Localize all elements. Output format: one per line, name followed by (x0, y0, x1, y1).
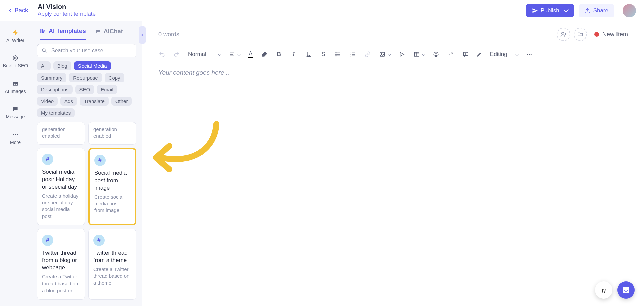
link-icon (365, 51, 371, 57)
image-insert-button[interactable] (379, 51, 386, 58)
card-title: Social media post from image (94, 169, 130, 192)
svg-point-43 (529, 54, 530, 55)
template-card-from-image[interactable]: # Social media post from image Create so… (88, 148, 136, 225)
upload-icon (585, 8, 591, 14)
status-dot (594, 32, 599, 37)
template-card-twitter-theme[interactable]: # Twitter thread from a theme Create a T… (88, 229, 136, 300)
chip-ads[interactable]: Ads (60, 97, 77, 106)
add-media-button[interactable] (574, 28, 587, 41)
search-input-wrap[interactable] (37, 44, 136, 57)
numbered-list-button[interactable]: 123 (349, 51, 357, 58)
card-title: Twitter thread from a theme (93, 249, 131, 264)
word-count: 0 words (158, 31, 179, 38)
add-user-button[interactable] (557, 28, 570, 41)
new-item-indicator[interactable]: New Item (594, 31, 628, 38)
publish-button[interactable]: Publish (526, 4, 574, 17)
tab-ai-chat[interactable]: AIChat (95, 28, 123, 40)
collapse-sidebar-button[interactable] (139, 26, 146, 44)
video-button[interactable] (398, 51, 406, 58)
page-subtitle-link[interactable]: Apply content template (38, 10, 96, 18)
svg-rect-7 (40, 29, 41, 33)
help-notes-fab[interactable]: n (595, 281, 612, 299)
template-card-holiday[interactable]: # Social media post: Holiday or special … (37, 148, 85, 225)
clear-format-button[interactable]: T (447, 51, 454, 58)
share-button[interactable]: Share (579, 4, 614, 17)
align-left-icon (229, 51, 235, 57)
chip-summary[interactable]: Summary (37, 73, 66, 82)
dots-icon (12, 131, 19, 138)
chip-my-templates[interactable]: My templates (37, 108, 75, 117)
nav-label: AI Writer (6, 38, 24, 43)
bullet-list-button[interactable] (334, 51, 342, 58)
nav-message[interactable]: Message (0, 103, 31, 121)
card-desc: Create social media post from image (94, 194, 130, 214)
chip-translate[interactable]: Translate (80, 97, 109, 106)
svg-point-1 (15, 57, 16, 59)
comment-button[interactable] (462, 51, 469, 58)
chip-blog[interactable]: Blog (53, 61, 71, 70)
chip-copy[interactable]: Copy (105, 73, 124, 82)
highlight-button[interactable] (261, 51, 268, 58)
editor-placeholder[interactable]: Your content goes here ... (158, 69, 628, 76)
more-button[interactable] (526, 51, 533, 58)
user-avatar[interactable] (623, 4, 636, 17)
tab-label: AI Templates (49, 28, 86, 35)
search-input[interactable] (51, 48, 132, 54)
chevron-down-icon (515, 52, 519, 56)
card-desc: generation enabled (42, 126, 80, 140)
clear-format-icon: T (448, 51, 454, 57)
align-button[interactable] (228, 51, 236, 58)
nav-brief-seo[interactable]: Brief + SEO (0, 52, 31, 70)
chip-email[interactable]: Email (97, 85, 117, 94)
redo-button[interactable] (173, 51, 180, 58)
undo-button[interactable] (158, 51, 166, 58)
send-icon (532, 8, 538, 14)
nav-ai-images[interactable]: AI Images (0, 78, 31, 96)
strikethrough-button[interactable]: S (320, 51, 327, 58)
svg-rect-45 (623, 287, 629, 293)
back-label: Back (15, 7, 28, 14)
text-color-button[interactable]: A (248, 51, 253, 58)
folder-icon (577, 31, 583, 37)
chat-fab[interactable] (617, 281, 635, 299)
template-card[interactable]: generation enabled (37, 122, 85, 145)
chip-other[interactable]: Other (111, 97, 132, 106)
text-a-icon: A (249, 51, 252, 57)
template-card-twitter-blog[interactable]: # Twitter thread from a blog or webpage … (37, 229, 85, 300)
chip-seo[interactable]: SEO (75, 85, 94, 94)
card-title: Social media post: Holiday or special da… (42, 168, 80, 191)
chip-social-media[interactable]: Social Media (74, 61, 111, 70)
italic-button[interactable]: I (290, 51, 298, 58)
chip-video[interactable]: Video (37, 97, 58, 106)
back-button[interactable]: Back (8, 7, 28, 14)
nav-ai-writer[interactable]: AI Writer (0, 27, 31, 45)
svg-point-34 (435, 54, 436, 54)
emoji-icon (433, 51, 439, 57)
nav-label: Brief + SEO (3, 63, 28, 68)
emoji-button[interactable] (432, 51, 440, 58)
chip-all[interactable]: All (37, 61, 51, 70)
chevron-down-icon (237, 52, 241, 56)
table-icon (414, 51, 420, 57)
share-label: Share (593, 7, 608, 14)
tab-ai-templates[interactable]: AI Templates (40, 28, 86, 40)
mode-label: Editing (490, 51, 507, 58)
mode-select[interactable]: Editing (477, 51, 518, 58)
style-select-label: Normal (188, 51, 206, 58)
chip-descriptions[interactable]: Descriptions (37, 85, 73, 94)
templates-list[interactable]: generation enabled generation enabled # … (37, 122, 138, 306)
underline-button[interactable]: U (305, 51, 312, 58)
template-card[interactable]: generation enabled (88, 122, 136, 145)
chip-repurpose[interactable]: Repurpose (69, 73, 102, 82)
bold-button[interactable]: B (275, 51, 283, 58)
link-button[interactable] (364, 51, 371, 58)
table-button[interactable] (413, 51, 420, 58)
nav-more[interactable]: More (0, 129, 31, 147)
search-icon (41, 48, 47, 54)
svg-point-11 (562, 32, 564, 34)
card-desc: Create a Twitter thread based on a theme (93, 266, 131, 287)
style-select[interactable]: Normal (188, 51, 221, 58)
chevron-down-icon (387, 52, 391, 56)
svg-point-42 (527, 54, 528, 55)
svg-point-5 (15, 134, 16, 135)
